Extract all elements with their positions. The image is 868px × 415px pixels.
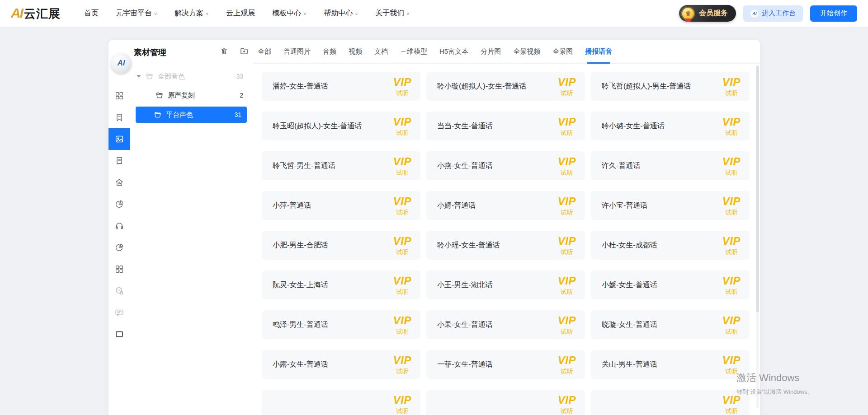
- voice-card[interactable]: 小媛-女生-普通话 VIP 试听: [591, 270, 750, 299]
- nav-item-label: 解决方案: [175, 9, 203, 18]
- tab-item[interactable]: 分片图: [481, 40, 501, 63]
- nav-item[interactable]: 模板中心 ∨: [272, 9, 307, 18]
- voice-card[interactable]: 小果-女生-普通话 VIP 试听: [426, 310, 585, 339]
- tree-item-original-clone[interactable]: 原声复刻 2: [156, 86, 247, 105]
- voice-card[interactable]: VIP 试听: [262, 390, 420, 415]
- listen-button[interactable]: 试听: [561, 368, 573, 374]
- voice-card[interactable]: 潘婷-女生-普通话 VIP 试听: [262, 72, 420, 101]
- voice-card-name: 聆小璐-女生-普通话: [602, 121, 665, 131]
- voice-card[interactable]: 许小宝-普通话 VIP 试听: [591, 191, 750, 220]
- listen-button[interactable]: 试听: [725, 408, 738, 414]
- tree-item-all-voices[interactable]: 全部音色 33: [134, 67, 247, 86]
- listen-button[interactable]: 试听: [561, 249, 573, 255]
- voice-card[interactable]: 小杜-女生-成都话 VIP 试听: [591, 231, 750, 260]
- trash-icon[interactable]: [220, 47, 229, 56]
- listen-button[interactable]: 试听: [561, 408, 573, 414]
- listen-button[interactable]: 试听: [725, 328, 738, 335]
- nav-item[interactable]: 关于我们 ∨: [375, 9, 410, 18]
- tree-item-platform-voices-selected[interactable]: 平台声色 31: [136, 107, 247, 123]
- vip-service-button[interactable]: ♛ 会员服务: [679, 5, 736, 22]
- voice-card[interactable]: 小婧-普通话 VIP 试听: [426, 191, 585, 220]
- tab-item[interactable]: H5富文本: [439, 40, 468, 63]
- listen-button[interactable]: 试听: [561, 209, 573, 215]
- nav-item[interactable]: 首页: [84, 9, 99, 18]
- voice-card[interactable]: 聆小璐-女生-普通话 VIP 试听: [591, 112, 750, 140]
- listen-button[interactable]: 试听: [561, 90, 573, 96]
- voice-card[interactable]: 聆飞哲-男生-普通话 VIP 试听: [262, 151, 420, 180]
- tab-item[interactable]: 全部: [258, 40, 271, 63]
- voice-card[interactable]: 小燕-女生-普通话 VIP 试听: [426, 151, 585, 180]
- tab-item[interactable]: 全景视频: [513, 40, 540, 63]
- voice-card[interactable]: 晓璇-女生-普通话 VIP 试听: [591, 310, 750, 339]
- rail-item-comment[interactable]: [108, 302, 130, 323]
- voice-card[interactable]: 关山-男生-普通话 VIP 试听: [591, 350, 750, 379]
- voice-card[interactable]: 小萍-普通话 VIP 试听: [262, 191, 420, 220]
- voice-card[interactable]: 阮灵-女生-上海话 VIP 试听: [262, 270, 420, 299]
- voice-card[interactable]: 许久-普通话 VIP 试听: [591, 151, 750, 180]
- rail-item-image-selected[interactable]: [108, 128, 130, 150]
- voice-card[interactable]: 聆小瑶-女生-普通话 VIP 试听: [426, 231, 585, 260]
- nav-item[interactable]: 解决方案 ∨: [175, 9, 209, 18]
- listen-button[interactable]: 试听: [396, 368, 409, 374]
- voice-card[interactable]: 聆小璇(超拟人)-女生-普通话 VIP 试听: [426, 72, 585, 101]
- voice-card[interactable]: 小露-女生-普通话 VIP 试听: [262, 350, 420, 379]
- tab-item[interactable]: 普通图片: [283, 40, 311, 63]
- listen-button[interactable]: 试听: [725, 130, 738, 136]
- tab-item[interactable]: 文档: [374, 40, 388, 63]
- voice-card[interactable]: 聆飞哲(超拟人)-男生-普通话 VIP 试听: [591, 72, 750, 101]
- listen-button[interactable]: 试听: [725, 209, 738, 215]
- listen-button[interactable]: 试听: [561, 328, 573, 335]
- rail-item-pie-chart[interactable]: [108, 237, 130, 258]
- rail-item-bookmark[interactable]: [108, 107, 130, 128]
- listen-button[interactable]: 试听: [725, 169, 738, 176]
- rail-item-headphones[interactable]: [108, 215, 130, 237]
- listen-button[interactable]: 试听: [561, 130, 573, 136]
- nav-item[interactable]: 云上观展: [226, 9, 255, 18]
- voice-card[interactable]: 一菲-女生-普通话 VIP 试听: [426, 350, 585, 379]
- new-folder-icon[interactable]: [240, 47, 249, 56]
- listen-button[interactable]: 试听: [396, 289, 409, 295]
- listen-button[interactable]: 试听: [725, 249, 738, 255]
- grid-icon: [114, 264, 124, 274]
- voice-card[interactable]: 小王-男生-湖北话 VIP 试听: [426, 270, 585, 299]
- listen-button[interactable]: 试听: [396, 90, 409, 96]
- listen-button[interactable]: 试听: [725, 368, 738, 374]
- nav-item[interactable]: 帮助中心 ∨: [324, 9, 358, 18]
- voice-card[interactable]: 鸣泽-男生-普通话 VIP 试听: [262, 310, 420, 339]
- rail-item-grid[interactable]: [108, 258, 130, 280]
- listen-button[interactable]: 试听: [725, 289, 738, 295]
- voice-card[interactable]: 小肥-男生-合肥话 VIP 试听: [262, 231, 420, 260]
- listen-button[interactable]: 试听: [396, 130, 409, 136]
- brand-logo[interactable]: AI 云汇展: [11, 5, 61, 22]
- listen-button[interactable]: 试听: [561, 289, 573, 295]
- tab-item[interactable]: 三维模型: [400, 40, 427, 63]
- voice-card[interactable]: VIP 试听: [591, 390, 750, 415]
- rail-item-chat[interactable]: [108, 280, 130, 302]
- scrollbar-thumb[interactable]: [756, 66, 759, 312]
- listen-button[interactable]: 试听: [396, 169, 409, 176]
- enter-workspace-button[interactable]: AI 进入工作台: [743, 5, 803, 22]
- voice-card-name: 鸣泽-男生-普通话: [273, 320, 328, 330]
- listen-button[interactable]: 试听: [396, 249, 409, 255]
- nav-item[interactable]: 元宇宙平台 ∨: [116, 9, 157, 18]
- tab-item[interactable]: 音频: [323, 40, 336, 63]
- voice-card[interactable]: VIP 试听: [426, 390, 585, 415]
- vip-badge: VIP: [558, 236, 576, 247]
- tab-item[interactable]: 全景图: [552, 40, 573, 63]
- voice-card[interactable]: 当当-女生-普通话 VIP 试听: [426, 112, 585, 140]
- rail-item-grid[interactable]: [108, 85, 130, 107]
- caret-down-icon[interactable]: [137, 75, 141, 78]
- listen-button[interactable]: 试听: [396, 328, 409, 335]
- rail-item-receipt[interactable]: [108, 150, 130, 172]
- tab-item[interactable]: 视频: [349, 40, 362, 63]
- rail-item-window[interactable]: [108, 323, 130, 345]
- voice-card[interactable]: 聆玉昭(超拟人)-女生-普通话 VIP 试听: [262, 112, 420, 140]
- listen-button[interactable]: 试听: [561, 169, 573, 176]
- listen-button[interactable]: 试听: [396, 209, 409, 215]
- listen-button[interactable]: 试听: [725, 90, 738, 96]
- start-create-button[interactable]: 开始创作: [810, 5, 857, 22]
- listen-button[interactable]: 试听: [396, 408, 409, 414]
- rail-item-pie-chart[interactable]: [108, 193, 130, 215]
- tab-item-active[interactable]: 播报语音: [585, 40, 612, 63]
- rail-item-home-chart[interactable]: [108, 172, 130, 193]
